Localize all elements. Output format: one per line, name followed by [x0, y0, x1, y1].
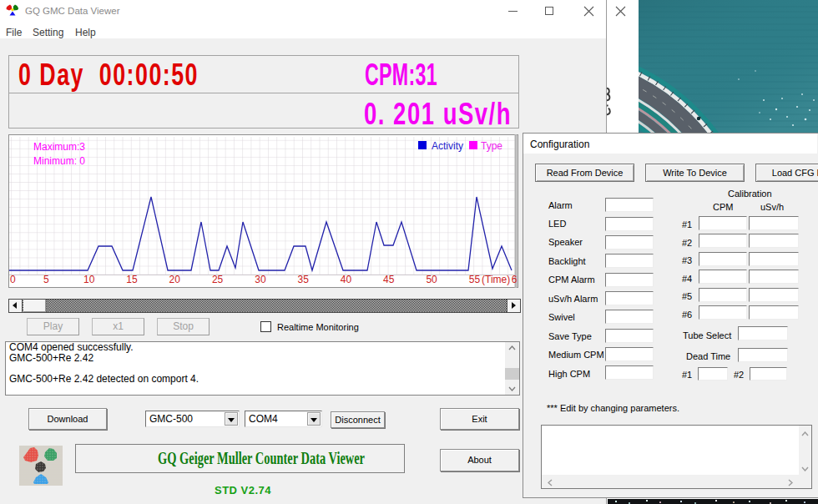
- svg-text:Minimum: 0: Minimum: 0: [33, 155, 85, 167]
- svg-text:35: 35: [298, 274, 310, 285]
- svg-text:Maximum:3: Maximum:3: [33, 141, 85, 153]
- svg-text:25: 25: [212, 274, 224, 285]
- svg-text:(Time): (Time): [482, 274, 510, 285]
- svg-text:20: 20: [169, 274, 181, 285]
- svg-text:15: 15: [126, 274, 138, 285]
- svg-text:Activity: Activity: [432, 140, 463, 152]
- svg-text:Type: Type: [481, 140, 502, 152]
- svg-text:0: 0: [10, 274, 16, 285]
- svg-text:45: 45: [383, 274, 395, 285]
- svg-text:30: 30: [255, 274, 266, 285]
- svg-text:5: 5: [43, 274, 49, 285]
- svg-text:55: 55: [469, 274, 481, 285]
- svg-text:6: 6: [512, 274, 518, 285]
- svg-text:50: 50: [426, 274, 437, 285]
- svg-text:10: 10: [83, 274, 95, 285]
- svg-text:40: 40: [341, 274, 352, 285]
